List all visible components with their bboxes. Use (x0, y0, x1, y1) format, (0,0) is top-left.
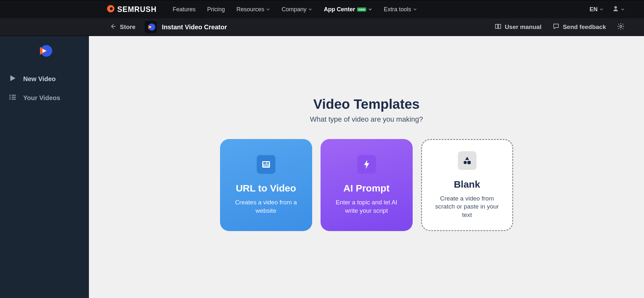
sidebar-item-new-video[interactable]: New Video (0, 70, 89, 88)
user-icon (612, 5, 619, 13)
card-title: URL to Video (236, 183, 296, 194)
nav-extra-tools[interactable]: Extra tools (384, 6, 417, 13)
chevron-down-icon (413, 7, 417, 11)
card-desc: Create a video from scratch or paste in … (431, 194, 503, 219)
brand-name: SEMRUSH (117, 5, 157, 14)
back-to-store[interactable]: Store (110, 23, 136, 31)
gear-icon (617, 23, 625, 32)
nav-app-center[interactable]: App Center new (324, 6, 372, 13)
nav-label: Features (173, 6, 196, 13)
card-desc: Creates a video from a website (229, 198, 303, 215)
action-label: Send feedback (563, 23, 606, 31)
svg-rect-10 (12, 99, 16, 100)
svg-rect-15 (267, 162, 269, 164)
svg-point-1 (110, 7, 113, 10)
template-cards: URL to Video Creates a video from a webs… (89, 139, 644, 231)
main-content: Video Templates What type of video are y… (89, 36, 644, 298)
send-feedback-link[interactable]: Send feedback (553, 23, 606, 32)
svg-rect-14 (263, 166, 269, 166)
action-label: User manual (505, 23, 542, 31)
user-manual-link[interactable]: User manual (495, 23, 542, 32)
template-ai-prompt[interactable]: AI Prompt Enter a topic and let AI write… (321, 139, 413, 231)
flame-icon (106, 4, 115, 14)
nav-label: App Center (324, 6, 355, 13)
svg-rect-8 (12, 97, 16, 98)
card-desc: Enter a topic and let AI write your scri… (330, 198, 404, 215)
nav-label: Resources (236, 6, 264, 13)
main-nav: SEMRUSH Features Pricing Resources Compa… (0, 0, 644, 18)
page-subtitle: What type of video are you making? (89, 115, 644, 124)
play-icon (8, 74, 17, 84)
card-title: Blank (454, 179, 480, 190)
template-url-to-video[interactable]: URL to Video Creates a video from a webs… (220, 139, 312, 231)
nav-features[interactable]: Features (173, 6, 196, 13)
nav-resources[interactable]: Resources (236, 6, 270, 13)
sidebar-logo (0, 43, 89, 59)
svg-point-7 (9, 97, 11, 98)
chevron-down-icon (368, 7, 372, 11)
sub-nav: Store Instant Video Creator User manual … (0, 18, 644, 36)
language-selector[interactable]: EN (590, 6, 603, 13)
sidebar-item-label: New Video (23, 75, 56, 83)
sidebar: New Video Your Videos (0, 36, 89, 298)
newspaper-icon (257, 155, 275, 174)
svg-rect-17 (467, 161, 471, 164)
svg-point-9 (9, 98, 11, 100)
language-label: EN (590, 6, 598, 13)
nav-label: Company (282, 6, 306, 13)
chat-icon (553, 23, 560, 32)
bolt-icon (357, 155, 376, 174)
svg-rect-12 (263, 162, 266, 164)
chevron-down-icon (600, 7, 603, 11)
app-icon (145, 21, 157, 33)
chevron-down-icon (266, 7, 270, 11)
nav-pricing[interactable]: Pricing (207, 6, 225, 13)
svg-rect-6 (12, 95, 16, 96)
shapes-icon (458, 151, 476, 170)
app-title: Instant Video Creator (162, 23, 227, 31)
svg-point-16 (464, 161, 467, 164)
list-icon (8, 93, 17, 103)
svg-point-3 (620, 25, 622, 27)
chevron-down-icon (621, 7, 625, 11)
nav-company[interactable]: Company (282, 6, 312, 13)
book-icon (495, 23, 502, 32)
template-blank[interactable]: Blank Create a video from scratch or pas… (421, 139, 513, 231)
card-title: AI Prompt (343, 183, 389, 194)
page-title: Video Templates (89, 97, 644, 112)
new-badge: new (357, 7, 366, 12)
arrow-left-icon (110, 23, 116, 31)
svg-point-5 (9, 95, 11, 96)
back-label: Store (120, 23, 136, 31)
user-menu[interactable] (612, 5, 625, 13)
svg-rect-13 (263, 164, 269, 165)
sidebar-item-your-videos[interactable]: Your Videos (0, 88, 89, 107)
sidebar-item-label: Your Videos (23, 94, 60, 102)
chevron-down-icon (308, 7, 312, 11)
nav-links: Features Pricing Resources Company App C… (173, 6, 417, 13)
nav-label: Extra tools (384, 6, 411, 13)
settings-button[interactable] (617, 23, 625, 32)
brand-logo[interactable]: SEMRUSH (106, 4, 157, 14)
nav-label: Pricing (207, 6, 225, 13)
